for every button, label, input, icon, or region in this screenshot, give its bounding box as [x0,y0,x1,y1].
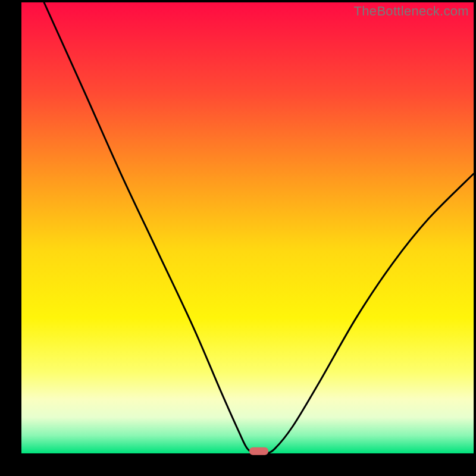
optimal-marker [249,447,268,455]
chart-frame: TheBottleneck.com [0,0,476,476]
plot-background [21,2,474,453]
watermark-text: TheBottleneck.com [354,4,469,19]
bottleneck-chart [0,0,476,476]
